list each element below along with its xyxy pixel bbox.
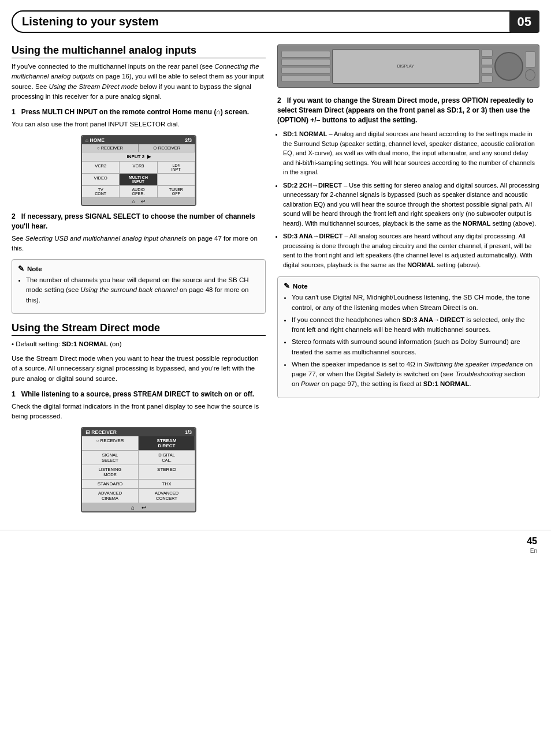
page-title: Listening to your system [22,15,159,28]
receiver-screen-mockup: ⊟ RECEIVER 1/3 ○ RECEIVER STREAMDIRECT S… [81,427,196,512]
fp-mid-btn-2 [481,58,493,65]
sm-footer-icon1: ⌂ [132,199,135,204]
sm-vcr2: VCR2 [82,162,120,173]
fp-mid-btn-3 [481,67,493,74]
sd-item-1: SD:1 NORMAL – Analog and digital sources… [283,129,539,177]
note-item-1: The number of channels you hear will dep… [26,275,259,305]
sd-item-3: SD:3 ANA→DIRECT – All analog sources are… [283,231,539,270]
right-note-item-4: When the speaker impedance is set to 4Ω … [292,360,533,390]
rm-page: 1/3 [185,429,192,435]
sm-header: ⌂ HOME 2/3 [82,136,195,144]
stream-intro: Use the Stream Direct mode when you want… [12,354,266,384]
rm-listening-mode: LISTENINGMODE [82,465,139,479]
sd-items-list: SD:1 NORMAL – Analog and digital sources… [277,129,539,270]
multichannel-section-title: Using the multichannel analog inputs [12,44,266,58]
sm-empty [158,174,195,185]
right-note-item-3: Stereo formats with surround sound infor… [292,337,533,357]
fp-btn-4 [281,75,330,82]
right-note-label: Note [293,283,308,290]
rm-footer: ⌂ ↩ [82,503,195,511]
right-step2-heading: 2 If you want to change the Stream Direc… [277,96,539,125]
rm-footer-home: ⌂ [131,504,135,511]
sm-page: 2/3 [185,137,192,143]
fp-left-section [281,51,330,82]
multichannel-intro: If you've connected to the multichannel … [12,62,266,102]
right-note-icon: ✎ [284,282,290,290]
fp-btn-3 [281,67,330,74]
rm-adv-concert: ADVANCEDCONCERT [139,489,195,503]
fp-mid-btn-4 [481,76,493,83]
rm-standard: STANDARD [82,480,139,488]
step1-body: You can also use the front panel INPUT S… [12,119,266,129]
right-note-item-2: If you connect the headphones when SD:3 … [292,315,533,335]
note-icon: ✎ [18,264,24,273]
chapter-badge: 05 [509,10,539,33]
fp-btn-2 [281,59,330,66]
step1-heading: 1 Press MULTI CH INPUT on the remote con… [12,107,266,117]
sd1-body: SD:1 NORMAL – Analog and digital sources… [283,129,539,177]
page-lang: En [527,548,537,554]
step2-heading: 2 If necessary, press SIGNAL SELECT to c… [12,212,266,231]
footer-right: 45 En [527,536,537,554]
fp-btn-1 [281,51,330,58]
sd3-body: SD:3 ANA→DIRECT – All analog sources are… [283,231,539,270]
fp-mid-btn-1 [481,50,493,57]
fp-right-knob [525,69,535,81]
sm-video: VIDEO [82,174,120,185]
rm-adv-cinema: ADVANCEDCINEMA [82,489,139,503]
rm-row-2: LISTENINGMODE STEREO [82,465,195,480]
sd-item-2: SD:2 2CH→DIRECT – Use this setting for s… [283,181,539,229]
sm-row-2: VIDEO MULTI CHINPUT [82,174,195,186]
left-column: Using the multichannel analog inputs If … [12,44,266,518]
sm-tv-cont: TVCONT [82,186,120,197]
rm-footer-back: ↩ [142,504,146,511]
fp-volume-knob [494,52,523,81]
rm-header: ⊟ RECEIVER 1/3 [82,428,195,436]
main-content: Using the multichannel analog inputs If … [12,44,539,518]
rm-stereo: STEREO [139,465,195,479]
right-note-item-1: You can't use Digital NR, Midnight/Loudn… [292,293,533,313]
home-screen-mockup: ⌂ HOME 2/3 ○ RECEIVER ⊙ RECEIVER INPUT 2… [81,135,196,206]
right-note-list: You can't use Digital NR, Midnight/Loudn… [284,293,533,389]
fp-display: DISPLAY [332,49,480,84]
sm-tab-receiver2: ⊙ RECEIVER [139,144,195,152]
stream-step1-body: Check the digital format indicators in t… [12,402,266,422]
header-bar: Listening to your system 05 [12,10,539,33]
sm-tabs: ○ RECEIVER ⊙ RECEIVER [82,144,195,152]
right-note-header: ✎ Note [284,282,533,290]
rm-row-3: STANDARD THX [82,480,195,489]
fp-right-btn-1 [525,51,535,68]
rm-title: ⊟ RECEIVER [85,429,117,435]
stream-step1-heading: 1 While listening to a source, press STR… [12,390,266,399]
sm-row-1: VCR2 VCR3 LD4INPT [82,162,195,174]
fp-right-buttons [525,51,535,81]
rm-signal-select: SIGNALSELECT [82,451,139,465]
right-note-box: ✎ Note You can't use Digital NR, Midnigh… [277,276,539,398]
right-column: DISPLAY 2 If you want to change the Stre… [277,44,539,518]
sm-audio-op: AUDIOOPER. [120,186,157,197]
sm-row-3: TVCONT AUDIOOPER. TUNEROFF [82,186,195,198]
page-number: 45 [527,536,537,547]
rm-top-row: ○ RECEIVER STREAMDIRECT [82,436,195,451]
sm-tab-receiver1: ○ RECEIVER [82,144,139,152]
rm-digital-cal: DIGITALCAL. [139,451,195,465]
step2-body: See Selecting USB and multichannel analo… [12,234,266,254]
note-header: ✎ Note [18,264,259,273]
page-footer: 45 En [0,530,551,560]
rm-thx: THX [139,480,195,488]
rm-stream-direct: STREAMDIRECT [139,436,195,450]
rm-row-4: ADVANCEDCINEMA ADVANCEDCONCERT [82,489,195,503]
sm-home-label: ⌂ HOME [85,137,105,143]
sm-footer-icon2: ↩ [141,199,146,204]
note-label: Note [27,265,42,272]
sm-vcr3: VCR3 [120,162,157,173]
sm-footer: ⌂ ↩ [82,198,195,205]
multichannel-note-list: The number of channels you hear will dep… [18,275,259,305]
sd2-body: SD:2 2CH→DIRECT – Use this setting for s… [283,181,539,229]
rm-row-1: SIGNALSELECT DIGITALCAL. [82,451,195,465]
rm-receiver-label: ○ RECEIVER [82,436,139,450]
stream-default: • Default setting: SD:1 NORMAL (on) [12,339,266,349]
sm-ld4: LD4INPT [158,162,195,173]
sm-tuner-off: TUNEROFF [158,186,195,197]
device-front-panel: DISPLAY [277,44,539,88]
